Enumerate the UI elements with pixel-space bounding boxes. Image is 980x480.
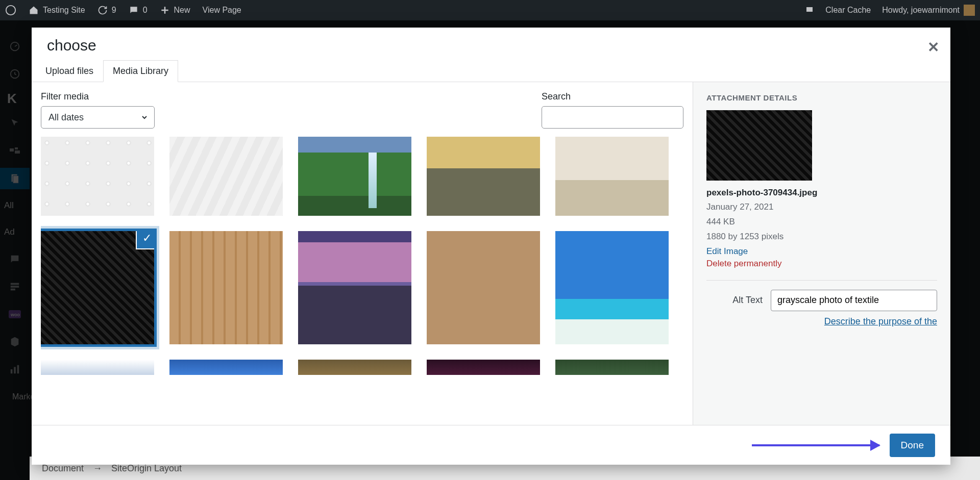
media-thumb[interactable] <box>169 231 283 344</box>
alt-text-input[interactable] <box>771 290 937 311</box>
modal-title: choose <box>47 37 935 54</box>
details-size: 444 KB <box>706 215 937 230</box>
edit-image-link[interactable]: Edit Image <box>706 246 748 256</box>
updates-count: 9 <box>112 6 116 15</box>
view-page-link[interactable]: View Page <box>203 6 241 15</box>
wp-logo[interactable] <box>5 5 16 16</box>
details-dims: 1880 by 1253 pixels <box>706 230 937 244</box>
media-thumb[interactable] <box>41 360 154 375</box>
home-icon <box>29 5 39 15</box>
media-thumb[interactable] <box>555 137 669 216</box>
media-thumb[interactable] <box>555 231 669 344</box>
alt-text-label: Alt Text <box>706 295 763 306</box>
details-filename: pexels-photo-3709434.jpeg <box>706 188 937 198</box>
site-name: Testing Site <box>43 6 85 15</box>
attachment-details: ATTACHMENT DETAILS pexels-photo-3709434.… <box>693 82 950 425</box>
site-link[interactable]: Testing Site <box>29 5 85 15</box>
describe-link[interactable]: Describe the purpose of the <box>824 316 937 326</box>
search-label: Search <box>542 91 683 102</box>
media-thumb[interactable] <box>169 137 283 216</box>
check-icon[interactable]: ✓ <box>137 231 154 248</box>
howdy-link[interactable]: Howdy, joewarnimont <box>882 5 975 16</box>
admin-bar: Testing Site 9 0 New View Page Clear Cac… <box>0 0 980 20</box>
details-heading: ATTACHMENT DETAILS <box>706 93 937 102</box>
comment-icon <box>129 5 139 15</box>
filter-date-select[interactable]: All dates <box>41 106 155 129</box>
new-link[interactable]: New <box>160 5 190 15</box>
updates-link[interactable]: 9 <box>97 5 116 15</box>
annotation-arrow <box>752 444 879 446</box>
tab-media-library[interactable]: Media Library <box>103 60 178 82</box>
new-label: New <box>174 6 190 15</box>
media-thumb[interactable] <box>427 137 540 216</box>
media-thumb[interactable] <box>427 231 540 344</box>
media-thumb[interactable] <box>298 360 411 375</box>
media-thumb[interactable] <box>427 360 540 375</box>
tabs: Upload files Media Library <box>32 60 950 82</box>
media-grid: ✓ <box>41 137 683 385</box>
media-modal: ✕ choose Upload files Media Library Filt… <box>32 28 950 465</box>
comments-count: 0 <box>143 6 148 15</box>
media-main: Filter media All dates Search <box>32 82 693 425</box>
close-button[interactable]: ✕ <box>927 39 939 56</box>
tab-upload[interactable]: Upload files <box>36 60 103 82</box>
refresh-icon <box>97 5 108 15</box>
comments-link[interactable]: 0 <box>129 5 148 15</box>
media-thumb[interactable] <box>169 360 283 375</box>
details-preview <box>706 110 812 181</box>
filter-label: Filter media <box>41 91 155 102</box>
media-thumb-selected[interactable]: ✓ <box>41 231 154 344</box>
media-thumb[interactable] <box>298 231 411 344</box>
notif-icon[interactable] <box>805 6 814 15</box>
svg-point-0 <box>6 6 15 15</box>
media-thumb[interactable] <box>298 137 411 216</box>
media-thumb[interactable] <box>555 360 669 375</box>
media-thumb[interactable] <box>41 137 154 216</box>
done-button[interactable]: Done <box>890 434 935 457</box>
plus-icon <box>160 5 170 15</box>
delete-link[interactable]: Delete permanently <box>706 259 937 269</box>
howdy-text: Howdy, joewarnimont <box>882 6 960 15</box>
clear-cache-link[interactable]: Clear Cache <box>825 6 871 15</box>
svg-rect-1 <box>806 7 813 12</box>
details-date: January 27, 2021 <box>706 200 937 215</box>
avatar <box>964 5 975 16</box>
search-input[interactable] <box>542 106 683 129</box>
